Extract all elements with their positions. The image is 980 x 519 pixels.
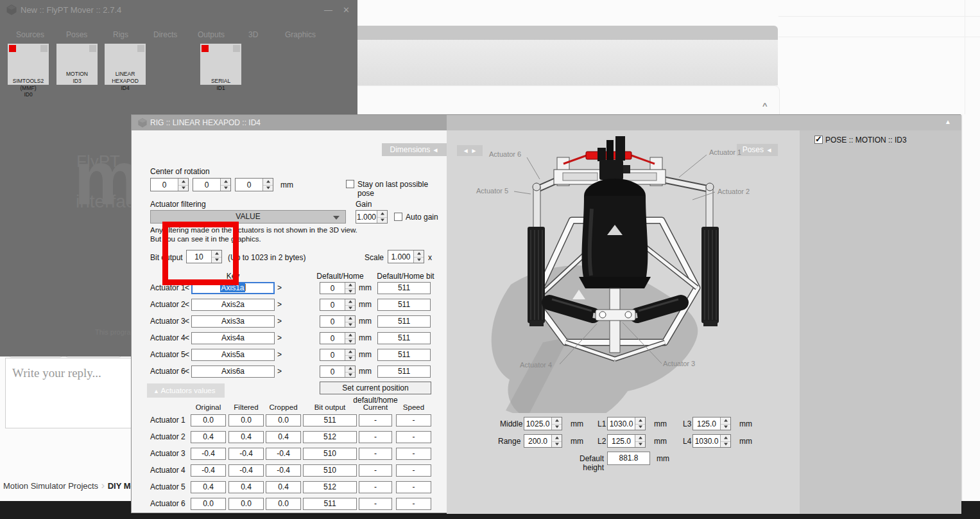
actuators-values-toggle[interactable]: ▲ Actuators values [147,383,225,398]
cell-original: 0.4 [191,481,226,493]
unit-label: mm [739,419,752,428]
view-label-actuator4: Actuator 4 [520,361,552,369]
spin-buttons[interactable] [345,299,355,310]
angle-close: > [277,300,282,309]
range-label: Range [498,437,520,446]
spin-buttons[interactable] [635,418,645,430]
collapse-chevron-icon[interactable]: ^ [762,101,768,110]
tab-poses[interactable]: Poses [66,30,87,39]
actuator4-home-bit: 511 [377,332,431,344]
actuator2-home-spinner[interactable]: 0 [320,299,356,311]
unit-label: mm [359,283,372,292]
tab-directs[interactable]: Directs [153,30,177,39]
rig-3d-viewport[interactable]: ◄ ► Poses ◄ Actuator 6 Actuator 5 Actuat… [447,130,800,514]
annotation-highlight-box [162,222,239,285]
scale-spinner[interactable]: 1.000 [388,250,424,263]
stay-last-pose-checkbox[interactable] [346,180,354,188]
window-title: New :: FlyPT Mover :: 2.7.4 [21,5,121,15]
actuator5-key-input[interactable]: Axis5a [191,349,275,361]
cell-current: - [359,498,392,510]
spin-buttons[interactable] [413,251,424,263]
spin-buttons[interactable] [220,179,230,191]
rig-titlebar[interactable]: RIG :: LINEAR HEXAPOD :: ID4 [132,115,447,130]
cell-filtered: -0.4 [228,464,264,477]
page-editor-panel [353,40,778,85]
col-header-cropped: Cropped [266,403,301,411]
spin-buttons[interactable] [377,211,387,223]
page-row-divider [778,16,980,17]
rotation-x-value: 0 [151,179,178,191]
rotation-z-spinner[interactable]: 0 [235,178,273,191]
spin-buttons[interactable] [720,435,730,447]
spin-buttons[interactable] [178,179,188,191]
spin-buttons[interactable] [551,418,562,430]
mover-titlebar[interactable]: New :: FlyPT Mover :: 2.7.4 — ✕ [0,0,357,19]
spin-buttons[interactable] [345,283,355,294]
default-home-bit-header: Default/Home bit [375,272,436,281]
view-nav-buttons[interactable]: ◄ ► [457,145,483,156]
watermark-interface: interfac [76,191,135,212]
module-card-linear-hexapod[interactable]: LINEAR HEXAPOD ID4 [105,44,146,85]
spin-buttons[interactable] [720,418,730,430]
poses-button-label: Poses [743,145,764,154]
module-card-simtools2[interactable]: SIMTOOLS2 (MMF) ID0 [8,44,49,85]
tab-outputs[interactable]: Outputs [198,30,225,39]
cell-cropped: 0.0 [266,498,301,510]
spin-buttons[interactable] [345,316,355,327]
actuator6-key-input[interactable]: Axis6a [191,365,275,378]
l2-spinner[interactable]: 125.0 [607,434,646,448]
app-hexagon-icon [6,4,17,15]
collapse-window-icon[interactable]: ▲ [945,118,951,125]
close-button[interactable]: ✕ [343,5,350,15]
l4-label: L4 [683,437,691,446]
minimize-button[interactable]: — [324,5,332,15]
pose-motion-checkbox[interactable] [814,136,823,144]
rotation-y-spinner[interactable]: 0 [193,178,231,191]
unit-label: mm [654,419,667,428]
auto-gain-checkbox[interactable] [394,213,402,221]
actuator4-home-spinner[interactable]: 0 [320,332,356,344]
spin-buttons[interactable] [262,179,273,191]
module-card-label: SIMTOOLS2 (MMF) ID0 [13,78,44,98]
gain-value: 1.000 [356,211,377,223]
middle-spinner[interactable]: 1025.0 [524,417,562,430]
actuator1-home-spinner[interactable]: 0 [320,282,356,294]
spin-buttons[interactable] [635,435,645,447]
dimensions-button[interactable]: Dimensions ◄ [382,143,447,156]
col-header-current: Current [359,403,392,411]
card-option-icon [137,45,144,52]
actuator4-key-input[interactable]: Axis4a [191,332,275,344]
module-card-motion[interactable]: MOTION ID3 [56,44,98,85]
l3-spinner[interactable]: 125.0 [692,417,731,430]
l1-spinner[interactable]: 1030.0 [607,417,646,430]
tab-sources[interactable]: Sources [16,30,44,39]
angle-close: > [277,350,282,359]
values-table-row: Actuator 1 0.0 0.0 0.0 511 - - [139,414,447,427]
actuator3-home-spinner[interactable]: 0 [320,315,356,328]
rotation-x-spinner[interactable]: 0 [150,178,189,191]
actuator3-key-input[interactable]: Axis3a [191,315,275,328]
spin-buttons[interactable] [345,366,355,377]
tab-graphics[interactable]: Graphics [285,30,316,39]
range-spinner[interactable]: 200.0 [524,434,562,448]
poses-button[interactable]: Poses ◄ [737,144,778,156]
gain-label: Gain [356,200,372,209]
tab-rigs[interactable]: Rigs [113,30,128,39]
row-label: Actuator 3 [150,449,185,458]
actuator2-key-input[interactable]: Axis2a [191,299,275,311]
actuator-row-label: Actuator 6 [150,367,185,376]
reply-input[interactable]: Write your reply... [5,358,148,428]
spin-buttons[interactable] [345,349,355,360]
gain-spinner[interactable]: 1.000 [356,210,388,224]
actuator6-home-spinner[interactable]: 0 [320,365,356,378]
spin-buttons[interactable] [345,333,355,344]
breadcrumb-link-projects[interactable]: Motion Simulator Projects [3,481,98,491]
set-default-home-button[interactable]: Set current position default/home [320,382,431,394]
l4-spinner[interactable]: 1030.0 [692,434,731,448]
tab-3d[interactable]: 3D [248,30,258,39]
actuator-key-row: Actuator 4 < Axis4a > 0 mm 511 [139,332,447,344]
module-card-serial[interactable]: SERIAL ID1 [200,44,241,85]
spin-buttons[interactable] [551,435,562,447]
unit-label: mm [359,317,372,326]
actuator5-home-spinner[interactable]: 0 [320,349,356,361]
